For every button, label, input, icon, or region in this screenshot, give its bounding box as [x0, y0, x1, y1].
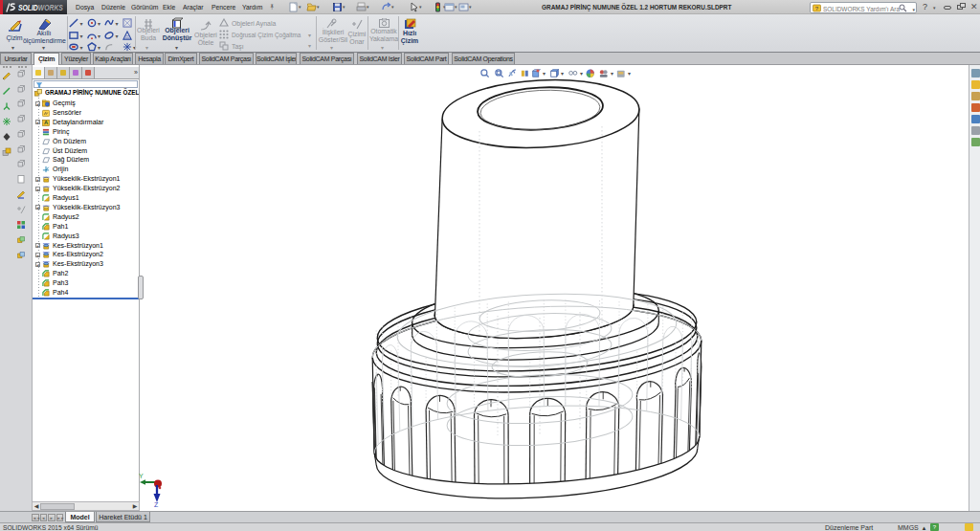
- svg-text:Y: Y: [139, 473, 144, 479]
- svg-text:Z: Z: [154, 501, 159, 508]
